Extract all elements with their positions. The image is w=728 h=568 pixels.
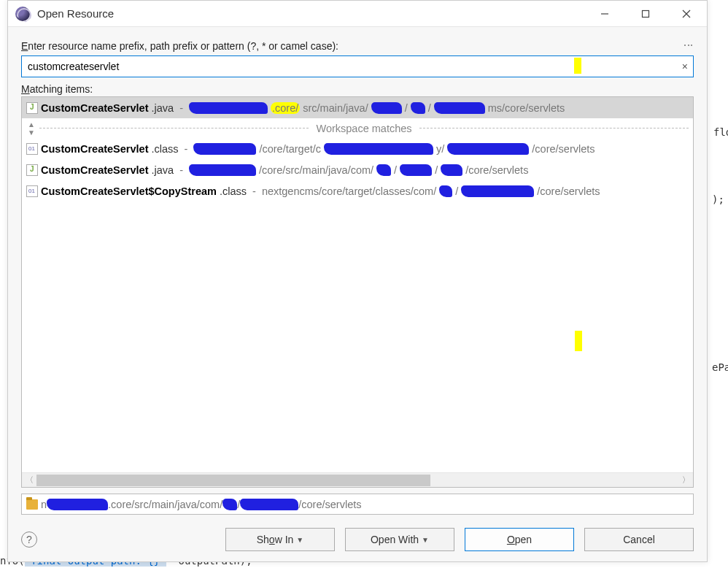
scrollbar-track[interactable] <box>36 473 678 487</box>
search-label: Enter resource name prefix, path prefix … <box>21 40 338 52</box>
path-text: /core/servlets <box>537 185 600 197</box>
close-button[interactable] <box>666 1 707 26</box>
annotation-mark <box>575 331 582 351</box>
class-file-icon <box>26 143 38 155</box>
path-text: / <box>435 164 438 176</box>
java-file-icon <box>26 164 38 176</box>
path-text: nextgencms/core/target/classes/com/ <box>262 185 436 197</box>
redaction-scribble <box>189 164 256 176</box>
path-text: n <box>41 499 47 510</box>
path-text: /core/src/main/java/com/ <box>259 164 373 176</box>
path-text: src/main/java/ <box>303 102 368 114</box>
matching-items-label: Matching items: <box>21 83 694 95</box>
redaction-scribble <box>222 499 237 510</box>
result-item[interactable]: CustomCreateServlet$CopyStream.class - n… <box>22 180 693 202</box>
redaction-scribble <box>376 164 391 176</box>
chevron-down-icon: ▼ <box>422 536 429 544</box>
redaction-scribble <box>461 185 534 197</box>
svg-rect-1 <box>643 10 649 17</box>
class-file-icon <box>26 185 38 197</box>
button-row: ? Show In ▼ Open With ▼ Open Cancel <box>21 528 694 551</box>
status-bar: n.core/src/main/java/com///core/servlets <box>21 494 694 515</box>
redaction-scribble <box>411 102 425 114</box>
status-path: n.core/src/main/java/com///core/servlets <box>41 499 361 510</box>
maximize-button[interactable] <box>625 1 666 26</box>
redaction-scribble <box>439 185 452 197</box>
workspace-matches-separator: ▲▼Workspace matches <box>22 118 693 138</box>
result-name: CustomCreateServlet <box>41 143 148 155</box>
path-text: ms/core/servlets <box>488 102 565 114</box>
path-text: /core/target/c <box>259 143 321 155</box>
redaction-scribble <box>434 102 485 114</box>
path-text: /core/servlets <box>298 499 361 510</box>
result-ext: .java <box>151 164 174 176</box>
background-code-snippet: flo <box>713 126 728 138</box>
path-text: / <box>394 164 397 176</box>
path-text: y/ <box>436 143 444 155</box>
scrollbar-thumb[interactable] <box>36 475 430 486</box>
prompt-row: Enter resource name prefix, path prefix … <box>21 40 694 52</box>
expand-icon: ▲▼ <box>26 120 36 137</box>
annotation-mark <box>574 58 581 74</box>
result-name: CustomCreateServlet <box>41 164 148 176</box>
redaction-scribble <box>441 164 462 176</box>
redaction-scribble <box>47 499 108 510</box>
result-item[interactable]: CustomCreateServlet.java - .core/src/mai… <box>22 97 693 118</box>
open-resource-dialog: Open Resource Enter resource name prefix… <box>7 0 708 562</box>
open-button[interactable]: Open <box>465 528 574 551</box>
path-text: .core/src/main/java/com/ <box>108 499 222 510</box>
path-text: / <box>455 185 458 197</box>
result-item[interactable]: CustomCreateServlet.class - /core/target… <box>22 138 693 159</box>
search-input[interactable] <box>21 55 694 77</box>
background-code-snippet: ePa <box>712 361 728 373</box>
result-ext: .class <box>151 143 178 155</box>
result-ext: .class <box>220 185 247 197</box>
eclipse-icon <box>15 7 30 21</box>
separator-label: Workspace matches <box>316 123 411 134</box>
open-with-button[interactable]: Open With ▼ <box>345 528 454 551</box>
window-title: Open Resource <box>37 7 584 20</box>
path-text: / <box>405 102 408 114</box>
results-list: CustomCreateServlet.java - .core/src/mai… <box>21 96 694 488</box>
path-text: /core/servlets <box>465 164 528 176</box>
result-name: CustomCreateServlet <box>41 102 148 114</box>
redaction-scribble <box>447 143 529 155</box>
redaction-scribble <box>324 143 433 155</box>
chevron-down-icon: ▼ <box>296 536 303 544</box>
titlebar: Open Resource <box>8 1 707 27</box>
background-code-snippet: ); <box>712 193 724 205</box>
horizontal-scrollbar[interactable]: 〈 〉 <box>22 472 693 487</box>
path-text: / <box>428 102 431 114</box>
redaction-scribble <box>400 164 432 176</box>
path-highlight: .core/ <box>271 102 300 114</box>
folder-icon <box>26 499 38 510</box>
redaction-scribble <box>193 143 256 155</box>
redaction-scribble <box>371 102 402 114</box>
scroll-right-icon[interactable]: 〉 <box>678 475 693 486</box>
scroll-left-icon[interactable]: 〈 <box>22 475 36 486</box>
redaction-scribble <box>240 499 298 510</box>
result-item[interactable]: CustomCreateServlet.java - /core/src/mai… <box>22 159 693 180</box>
redaction-scribble <box>189 102 268 114</box>
result-name: CustomCreateServlet$CopyStream <box>41 185 217 197</box>
clear-search-icon[interactable]: × <box>682 61 688 72</box>
minimize-button[interactable] <box>584 1 625 26</box>
result-ext: .java <box>151 102 174 114</box>
java-file-icon <box>26 102 38 114</box>
help-icon[interactable]: ? <box>21 531 37 548</box>
cancel-button[interactable]: Cancel <box>584 528 694 551</box>
view-menu-icon[interactable]: ⋮ <box>684 40 694 52</box>
show-in-button[interactable]: Show In ▼ <box>225 528 335 551</box>
path-text: /core/servlets <box>532 143 595 155</box>
